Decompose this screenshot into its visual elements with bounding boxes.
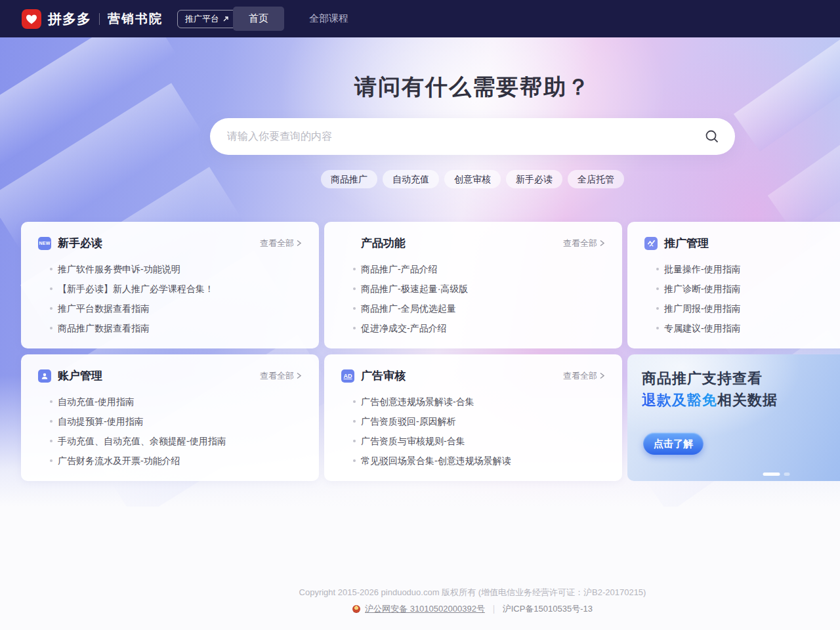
- banner-title-line1: 商品推广支持查看: [642, 369, 763, 388]
- banner-title-line2: 退款及豁免相关数据: [642, 390, 778, 410]
- article-link[interactable]: 推广平台数据查看指南: [38, 299, 302, 318]
- footer-records: 沪公网安备 31010502000392号 ｜ 沪ICP备15010535号-1…: [0, 603, 840, 615]
- article-link[interactable]: 商品推广-极速起量·高级版: [341, 279, 605, 299]
- chevron-right-icon: [296, 240, 302, 247]
- tag-creative-review[interactable]: 创意审核: [444, 170, 501, 188]
- article-link[interactable]: 促进净成交-产品介绍: [341, 318, 605, 338]
- search-icon[interactable]: [705, 129, 719, 144]
- banner-title-rest: 相关数据: [717, 392, 778, 408]
- article-link[interactable]: 手动充值、自动充值、余额提醒-使用指南: [38, 431, 302, 451]
- banner-carousel-dots: [763, 472, 790, 476]
- chevron-right-icon: [599, 372, 605, 379]
- icp-record-link[interactable]: 沪ICP备15010535号-13: [503, 603, 593, 615]
- view-all-link[interactable]: 查看全部: [260, 238, 302, 249]
- article-link[interactable]: 自动充值-使用指南: [38, 392, 302, 411]
- chevron-right-icon: [296, 372, 302, 379]
- article-link[interactable]: 广告财务流水及开票-功能介绍: [38, 451, 302, 471]
- card-beginner-must-read: NEW 新手必读 查看全部 推广软件服务费申诉-功能说明 【新手必读】新人推广必…: [21, 222, 319, 348]
- ad-badge-icon: AD: [341, 369, 354, 383]
- card-header: 产品功能 查看全部: [324, 222, 622, 251]
- page: 拼多多 营销书院 推广平台 首页 全部课程 请问有什么需要帮助？ 商品推广 自动…: [0, 0, 840, 630]
- search-bar: [210, 118, 735, 155]
- article-link[interactable]: 推广周报-使用指南: [644, 299, 840, 318]
- article-link[interactable]: 批量操作-使用指南: [644, 259, 840, 279]
- article-link[interactable]: 广告资质与审核规则-合集: [341, 431, 605, 451]
- card-account-management: 账户管理 查看全部 自动充值-使用指南 自动提预算-使用指南 手动充值、自动充值…: [21, 354, 319, 481]
- view-all-link[interactable]: 查看全部: [563, 370, 605, 382]
- card-header: AD 广告审核 查看全部: [324, 354, 622, 383]
- card-ad-review: AD 广告审核 查看全部 广告创意违规场景解读-合集 广告资质驳回-原因解析 广…: [324, 354, 622, 481]
- view-all-label: 查看全部: [260, 238, 294, 249]
- search-input[interactable]: [226, 130, 705, 143]
- tag-auto-recharge[interactable]: 自动充值: [383, 170, 439, 188]
- view-all-label: 查看全部: [563, 370, 597, 382]
- article-link[interactable]: 【新手必读】新人推广必学课程合集！: [38, 279, 302, 299]
- tag-beginner-must-read[interactable]: 新手必读: [506, 170, 562, 188]
- brand-divider: [99, 13, 100, 25]
- card-title: 推广管理: [664, 236, 709, 251]
- promo-banner[interactable]: 商品推广支持查看 退款及豁免相关数据 点击了解 商品推广 退 0.90% 0.0: [627, 354, 840, 481]
- brand-name: 拼多多: [48, 10, 91, 28]
- tag-full-store-hosting[interactable]: 全店托管: [568, 170, 624, 188]
- page-footer: Copyright 2015-2026 pinduoduo.com 版权所有 (…: [0, 587, 840, 615]
- card-article-list: 推广软件服务费申诉-功能说明 【新手必读】新人推广必学课程合集！ 推广平台数据查…: [21, 259, 319, 338]
- card-title: 广告审核: [361, 368, 406, 383]
- public-security-badge-icon: [352, 605, 360, 613]
- new-badge-icon: NEW: [38, 237, 51, 250]
- card-header: 账户管理 查看全部: [21, 354, 319, 383]
- card-promotion-management: 推广管理 查看全部 批量操作-使用指南 推广诊断-使用指南 推广周报-使用指南 …: [627, 222, 840, 348]
- article-link[interactable]: 专属建议-使用指南: [644, 318, 840, 338]
- view-all-label: 查看全部: [563, 238, 597, 249]
- article-link[interactable]: 商品推广-全局优选起量: [341, 299, 605, 318]
- carousel-dot[interactable]: [784, 472, 790, 476]
- view-all-link[interactable]: 查看全部: [563, 238, 605, 249]
- card-article-list: 批量操作-使用指南 推广诊断-使用指南 推广周报-使用指南 专属建议-使用指南: [627, 259, 840, 338]
- browser-viewport: 拼多多 营销书院 推广平台 首页 全部课程 请问有什么需要帮助？ 商品推广 自动…: [0, 0, 840, 630]
- footer-separator: ｜: [490, 603, 498, 615]
- cards-row-1: NEW 新手必读 查看全部 推广软件服务费申诉-功能说明 【新手必读】新人推广必…: [21, 222, 840, 348]
- card-product-features: 产品功能 查看全部 商品推广-产品介绍 商品推广-极速起量·高级版 商品推广-全…: [324, 222, 622, 348]
- tag-goods-promotion[interactable]: 商品推广: [321, 170, 377, 188]
- banner-cta-button[interactable]: 点击了解: [643, 432, 704, 455]
- nav-item-home[interactable]: 首页: [233, 7, 284, 31]
- card-title: 产品功能: [361, 236, 406, 251]
- carousel-dot-active[interactable]: [763, 472, 780, 476]
- card-article-list: 商品推广-产品介绍 商品推广-极速起量·高级版 商品推广-全局优选起量 促进净成…: [324, 259, 622, 338]
- card-title: 新手必读: [58, 236, 102, 251]
- hot-search-tags: 商品推广 自动充值 创意审核 新手必读 全店托管: [0, 170, 840, 188]
- view-all-label: 查看全部: [260, 370, 294, 382]
- user-icon: [38, 369, 51, 383]
- external-link-icon: [222, 16, 229, 22]
- article-link[interactable]: 商品推广数据查看指南: [38, 318, 302, 338]
- copyright-text: Copyright 2015-2026 pinduoduo.com 版权所有 (…: [0, 587, 840, 598]
- promotion-platform-button[interactable]: 推广平台: [177, 10, 237, 28]
- promotion-platform-label: 推广平台: [185, 13, 219, 25]
- card-title: 账户管理: [58, 368, 102, 383]
- top-navbar: 拼多多 营销书院 推广平台 首页 全部课程: [0, 0, 840, 37]
- sub-brand-name: 营销书院: [108, 10, 163, 28]
- banner-highlight: 退款及豁免: [642, 392, 717, 408]
- chevron-right-icon: [599, 240, 605, 247]
- nav-links: 首页 全部课程: [233, 0, 364, 37]
- nav-item-all-courses[interactable]: 全部课程: [293, 7, 364, 31]
- card-article-list: 自动充值-使用指南 自动提预算-使用指南 手动充值、自动充值、余额提醒-使用指南…: [21, 392, 319, 471]
- chart-icon: [644, 237, 658, 250]
- article-link[interactable]: 广告资质驳回-原因解析: [341, 411, 605, 431]
- article-link[interactable]: 商品推广-产品介绍: [341, 259, 605, 279]
- pinduoduo-logo-icon: [22, 9, 41, 29]
- hero-title: 请问有什么需要帮助？: [0, 72, 840, 102]
- banner-illustration-card: 商品推广 退 0.90% 0.0: [837, 356, 840, 481]
- article-link[interactable]: 推广软件服务费申诉-功能说明: [38, 259, 302, 279]
- card-header: NEW 新手必读 查看全部: [21, 222, 319, 251]
- article-link[interactable]: 广告创意违规场景解读-合集: [341, 392, 605, 411]
- brand-home-link[interactable]: 拼多多 营销书院 推广平台: [22, 0, 237, 37]
- card-article-list: 广告创意违规场景解读-合集 广告资质驳回-原因解析 广告资质与审核规则-合集 常…: [324, 392, 622, 471]
- cards-row-2: 账户管理 查看全部 自动充值-使用指南 自动提预算-使用指南 手动充值、自动充值…: [21, 354, 840, 481]
- security-record-link[interactable]: 沪公网安备 31010502000392号: [365, 603, 485, 615]
- view-all-link[interactable]: 查看全部: [260, 370, 302, 382]
- article-link[interactable]: 自动提预算-使用指南: [38, 411, 302, 431]
- card-header: 推广管理 查看全部: [627, 222, 840, 251]
- article-link[interactable]: 常见驳回场景合集-创意违规场景解读: [341, 451, 605, 471]
- article-link[interactable]: 推广诊断-使用指南: [644, 279, 840, 299]
